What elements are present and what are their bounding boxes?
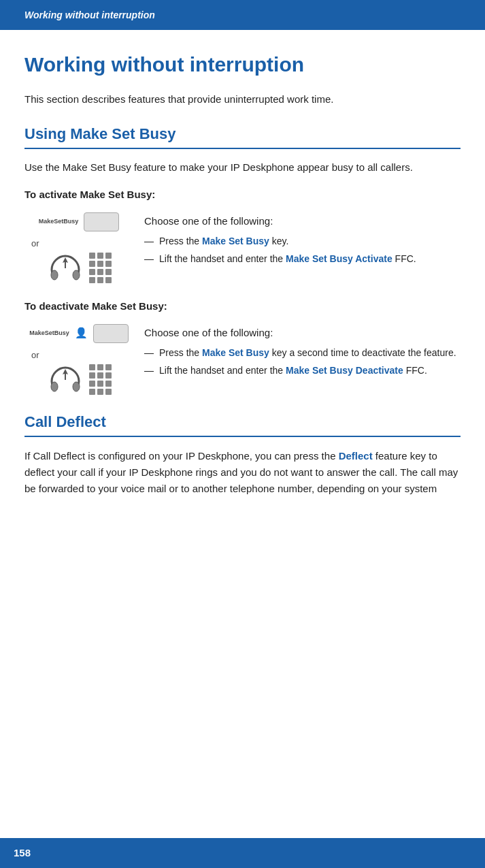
activate-top-row: MakeSetBusy [39,212,120,231]
activate-choice-2: Lift the handset and enter the Make Set … [144,252,461,266]
activate-link-2: Make Set Busy Activate [286,253,392,264]
header-bar: Working without interruption [0,0,485,30]
header-title: Working without interruption [24,8,155,22]
activate-bottom-row [46,253,112,284]
page-number: 158 [14,846,31,861]
deflect-link: Deflect [339,450,373,462]
deactivate-choice-1: Press the Make Set Busy key a second tim… [144,346,461,359]
deactivate-block: MakeSetBusy 👤 or [24,324,461,396]
numpad-icon-deactivate [89,364,112,396]
content-area: Working without interruption This sectio… [0,30,485,513]
main-content: Working without interruption This sectio… [0,30,485,554]
deactivate-choice-2: Lift the handset and enter the Make Set … [144,364,461,377]
deactivate-choices: Choose one of the following: Press the M… [144,324,461,382]
intro-text: This section describes features that pro… [24,92,461,108]
activate-choose-text: Choose one of the following: [144,214,461,229]
deactivate-label: To deactivate Make Set Busy: [24,299,461,315]
svg-point-3 [51,382,58,391]
section1-description: Use the Make Set Busy feature to make yo… [24,160,461,176]
deactivate-choice-list: Press the Make Set Busy key a second tim… [144,346,461,378]
activate-diagram: MakeSetBusy or [24,212,133,285]
call-deflect-text: If Call Deflect is configured on your IP… [24,448,461,497]
activate-link-1: Make Set Busy [202,236,269,246]
activate-block: MakeSetBusy or [24,212,461,285]
page-wrapper: Working without interruption Working wit… [0,0,485,868]
makesetbusy-key-activate[interactable] [84,212,119,231]
svg-point-4 [73,382,80,391]
svg-marker-5 [63,369,68,380]
section1-heading: Using Make Set Busy [24,123,461,149]
svg-point-0 [51,270,58,280]
handset-icon-deactivate [46,365,82,395]
makesetbusy-label-deactivate: MakeSetBusy [29,329,69,338]
handset-icon-activate [46,253,82,283]
footer: 158 [0,838,485,868]
activate-label: To activate Make Set Busy: [24,187,461,203]
svg-point-1 [73,270,80,280]
numpad-icon-activate [89,253,112,284]
activate-choice-1: Press the Make Set Busy key. [144,234,461,248]
deactivate-diagram: MakeSetBusy 👤 or [24,324,133,396]
page-title: Working without interruption [24,49,461,80]
deactivate-choose-text: Choose one of the following: [144,325,461,341]
or-label-1: or [31,237,39,251]
deactivate-top-row: MakeSetBusy 👤 [29,324,129,343]
person-icon: 👤 [75,325,88,341]
section2-heading: Call Deflect [24,411,461,437]
deactivate-link-1: Make Set Busy [202,347,269,358]
deactivate-link-2: Make Set Busy Deactivate [286,365,403,376]
or-label-2: or [31,349,39,362]
activate-choices: Choose one of the following: Press the M… [144,212,461,270]
makesetbusy-label-activate: MakeSetBusy [39,217,79,227]
makesetbusy-key-deactivate[interactable] [93,324,129,343]
call-deflect-before: If Call Deflect is configured on your IP… [24,450,339,462]
deactivate-bottom-row [46,364,112,396]
activate-choice-list: Press the Make Set Busy key. Lift the ha… [144,234,461,266]
svg-marker-2 [63,257,68,268]
